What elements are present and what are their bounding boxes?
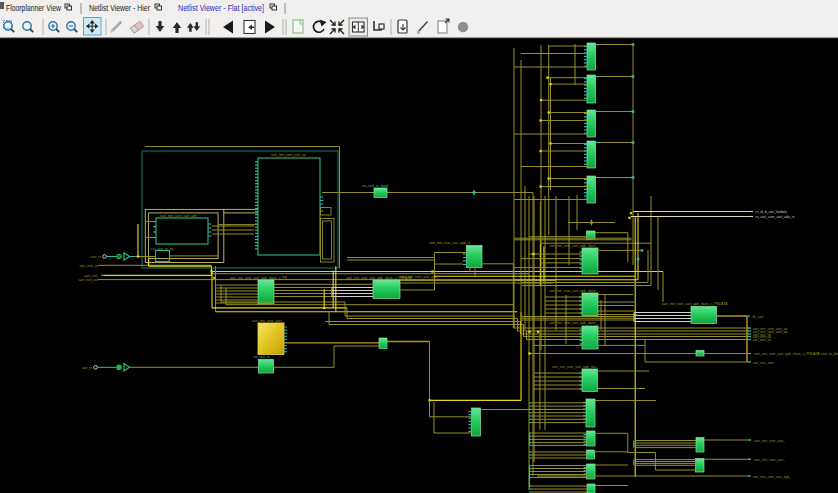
svg-text:uart_inst_cor: uart_inst_cor [78, 278, 98, 282]
svg-text:uart_inst_core_uart_apb_: uart_inst_core_uart_apb_ [160, 214, 199, 218]
svg-text:cio_uart_rx_: cio_uart_rx_ [253, 355, 272, 359]
svg-text:uart_inst_core_uart_: uart_inst_core_uart_ [252, 319, 283, 323]
svg-text:uart_rx: uart_rx [90, 255, 101, 259]
svg-text:uart_inst_core: uart_inst_core [753, 361, 775, 365]
svg-text:uart_inst_core_uart_apb_slave_: uart_inst_core_uart_apb_slave_u_PRDATA [346, 276, 412, 280]
svg-text:uart_inst_: uart_inst_ [84, 274, 99, 278]
svg-text:uart_inst_co: uart_inst_co [753, 338, 772, 342]
svg-text:uart_tx: uart_tx [82, 366, 93, 370]
svg-text:rx_id_b_aes_hwdata: rx_id_b_aes_hwdata [756, 210, 787, 214]
svg-text:uart_inst_core_uart_apb_: uart_inst_core_uart_apb_ [753, 475, 792, 479]
svg-text:Netlist Viewer - Hier: Netlist Viewer - Hier [89, 4, 150, 13]
svg-text:Floorplanner View: Floorplanner View [6, 4, 61, 13]
svg-text:uart_inst_core_uart_apb_slave_: uart_inst_core_uart_apb_slave_ [549, 321, 598, 325]
svg-text:uart_inst_core_uart_apb_slave_: uart_inst_core_uart_apb_slave_ [549, 289, 598, 293]
svg-text:cio_uart_rx_baud: cio_uart_rx_baud [362, 184, 388, 188]
svg-text:uart_inst_core_uart_: uart_inst_core_uart_ [754, 439, 785, 443]
svg-text:uart_inst_core_uart_apb_slave_: uart_inst_core_uart_apb_slave_u_PRDATA [662, 302, 728, 306]
svg-text:rx_uart_core_uart_ada_rx: rx_uart_core_uart_ada_rx [756, 215, 795, 219]
svg-text:clk_uart: clk_uart [752, 315, 764, 319]
svg-text:uart_inst_core_uart_: uart_inst_core_uart_ [754, 458, 785, 462]
svg-text:uart_inst_core_uart_ap: uart_inst_core_uart_ap [271, 153, 306, 157]
svg-text:uart_inst_core_uart_apb_slave_: uart_inst_core_uart_apb_slave_ [549, 244, 598, 248]
svg-text:uart_inst_core_uart_apb_sl: uart_inst_core_uart_apb_sl [429, 241, 470, 245]
svg-text:uart_inst_core_uart_apb_slave_: uart_inst_core_uart_apb_slave_u_PR [230, 276, 287, 280]
svg-text:Netlist Viewer - Flat [active]: Netlist Viewer - Flat [active] [178, 4, 264, 13]
svg-text:cio_uart_rx_ba: cio_uart_rx_ba [151, 247, 174, 251]
svg-text:uart_inst_core_uart_apb_slave_: uart_inst_core_uart_apb_slave_u_PRDATA_u… [754, 352, 838, 356]
svg-text:uart_inst_core_uart_apb_slav: uart_inst_core_uart_apb_slav [552, 365, 597, 369]
svg-text:uart_inst_co: uart_inst_co [80, 264, 99, 268]
